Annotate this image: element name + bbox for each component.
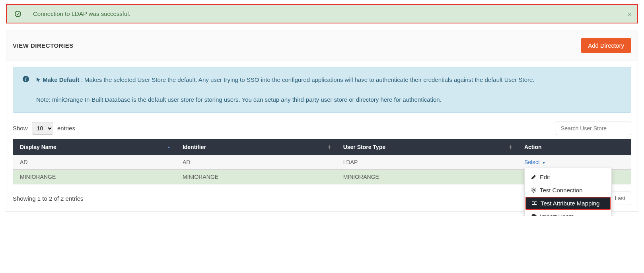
edit-icon — [531, 174, 537, 180]
entries-select[interactable]: 10 — [32, 122, 53, 135]
check-circle-icon — [15, 11, 21, 17]
menu-import-users[interactable]: Import Users — [525, 210, 611, 216]
cell-display-name: AD — [13, 155, 175, 170]
panel-title: VIEW DIRECTORIES — [13, 42, 74, 49]
sort-icon: ▲▼ — [328, 145, 331, 149]
page-last-button[interactable]: Last — [609, 192, 631, 205]
showing-info: Showing 1 to 2 of 2 entries — [13, 195, 84, 202]
info-box: i Make Default : Makes the selected User… — [13, 67, 631, 113]
col-identifier[interactable]: Identifier ▲▼ — [175, 139, 336, 155]
alert-success: Connection to LDAP was successful. × — [6, 4, 638, 23]
show-label: Show — [13, 125, 28, 132]
menu-test-connection[interactable]: Test Connection — [525, 184, 611, 197]
menu-edit[interactable]: Edit — [525, 170, 611, 184]
cell-identifier: AD — [175, 155, 336, 170]
gear-icon — [531, 188, 537, 193]
directories-panel: VIEW DIRECTORIES Add Directory i Make De… — [6, 31, 638, 212]
svg-rect-3 — [532, 201, 534, 202]
alert-message: Connection to LDAP was successful. — [33, 10, 130, 17]
cell-identifier: MINIORANGE — [175, 170, 336, 184]
select-action-button[interactable]: Select ▼ — [524, 159, 546, 165]
svg-rect-5 — [532, 204, 534, 205]
sort-icon: ▲▼ — [509, 145, 512, 149]
info-description: Makes the selected User Store the defaul… — [84, 76, 534, 83]
info-icon: i — [23, 76, 29, 105]
menu-test-attribute-mapping[interactable]: Test Attribute Mapping — [525, 197, 611, 210]
panel-body: i Make Default : Makes the selected User… — [6, 60, 638, 211]
mapping-icon — [532, 201, 537, 206]
cell-action: Select ▼ Edit — [517, 155, 631, 170]
search-box — [556, 122, 631, 135]
info-colon: : — [80, 76, 85, 83]
cell-display-name: MINIORANGE — [13, 170, 175, 184]
col-user-store-type[interactable]: User Store Type ▲▼ — [336, 139, 517, 155]
table-controls: Show 10 entries — [13, 122, 631, 135]
entries-label: entries — [57, 125, 75, 132]
add-directory-button[interactable]: Add Directory — [581, 38, 631, 53]
caret-down-icon: ▼ — [542, 161, 546, 165]
cursor-icon — [36, 76, 41, 85]
search-input[interactable] — [556, 122, 631, 135]
info-note: Note: miniOrange In-Built Database is th… — [36, 95, 535, 105]
alert-close-button[interactable]: × — [627, 10, 632, 19]
action-dropdown-wrapper: Select ▼ Edit — [524, 159, 546, 165]
cell-user-store-type: MINIORANGE — [336, 170, 517, 184]
svg-rect-4 — [535, 201, 537, 202]
info-body: Make Default : Makes the selected User S… — [36, 75, 535, 105]
directories-table: Display Name ▲ Identifier ▲▼ User Store … — [13, 139, 631, 184]
table-row: AD AD LDAP Select ▼ — [13, 155, 631, 170]
svg-point-2 — [533, 189, 535, 191]
cell-user-store-type: LDAP — [336, 155, 517, 170]
col-action: Action — [517, 139, 631, 155]
action-dropdown-menu: Edit Test Connection Test Attribute Mapp… — [524, 168, 612, 216]
cloud-download-icon — [531, 214, 537, 216]
col-display-name[interactable]: Display Name ▲ — [13, 139, 175, 155]
sort-icon: ▲ — [167, 146, 171, 148]
make-default-label: Make Default — [43, 76, 80, 83]
svg-rect-6 — [535, 204, 537, 205]
panel-header: VIEW DIRECTORIES Add Directory — [6, 31, 638, 60]
entries-selector: Show 10 entries — [13, 122, 75, 135]
